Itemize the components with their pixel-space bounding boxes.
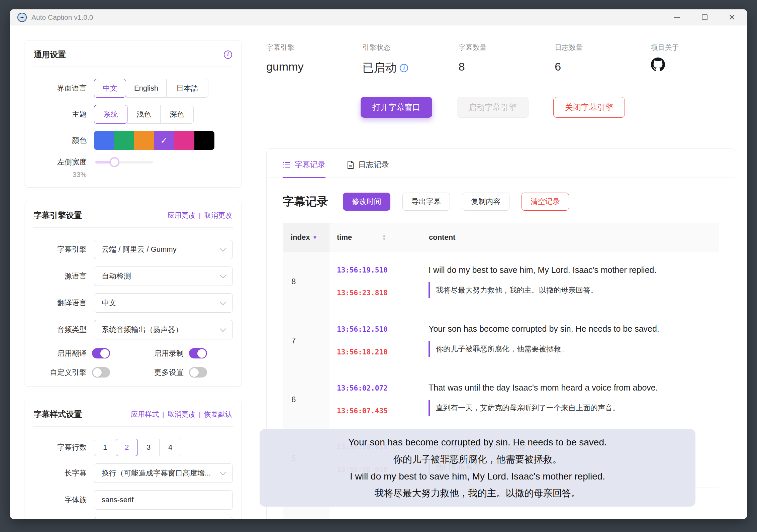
font-family-label: 字体族 (33, 495, 87, 505)
lines-option-2[interactable]: 2 (116, 439, 138, 456)
language-option-en[interactable]: English (126, 79, 167, 98)
color-swatch-2[interactable] (134, 131, 154, 150)
link-separator: | (162, 410, 164, 418)
theme-option-light[interactable]: 浅色 (127, 105, 161, 124)
color-swatch-0[interactable] (94, 131, 114, 150)
chevron-down-icon (220, 272, 226, 278)
sort-icons: ▲▼ (382, 234, 386, 241)
info-icon[interactable]: i (224, 50, 232, 59)
caption-translation-text: 我将尽最大努力救他，我的主。以撒的母亲回答。 (429, 282, 719, 298)
enable-record-toggle[interactable] (189, 348, 207, 358)
start-time: 13:56:19.510 (337, 266, 420, 274)
status-info-icon[interactable]: i (400, 64, 408, 72)
github-icon[interactable] (651, 58, 747, 73)
records-header: 字幕记录 修改时间 导出字幕 复制内容 清空记录 (267, 178, 735, 211)
link-separator: | (199, 410, 201, 418)
target-language-label: 翻译语言 (33, 298, 87, 308)
settings-sidebar: 通用设置 i 界面语言 中文 English 日本語 主题 (10, 25, 254, 519)
source-language-select[interactable]: 自动检测 (94, 267, 233, 286)
general-settings-title: 通用设置 (34, 49, 66, 60)
table-row[interactable]: 8 13:56:19.510 13:56:23.818 I will do my… (283, 252, 719, 311)
column-header-content: content (420, 231, 719, 244)
caption-source-text: I will do my best to save him, My Lord. … (429, 265, 719, 275)
stop-engine-button[interactable]: 关闭字幕引擎 (553, 97, 625, 118)
enable-translate-toggle[interactable] (92, 348, 110, 358)
lines-option-4[interactable]: 4 (159, 439, 181, 456)
chevron-down-icon (220, 469, 226, 475)
check-icon: ✓ (161, 135, 168, 146)
lines-option-3[interactable]: 3 (137, 439, 160, 456)
overlay-source-line: I will do my best to save him, My Lord. … (270, 471, 685, 482)
column-header-index[interactable]: index ▼ (283, 223, 329, 252)
app-logo-icon (17, 13, 27, 22)
overlay-translation-line: 你的儿子被罪恶所腐化，他需要被拯救。 (270, 454, 685, 465)
more-settings-toggle[interactable] (189, 367, 207, 378)
enable-translate-label: 启用翻译 (33, 348, 87, 358)
caption-engine-select[interactable]: 云端 / 阿里云 / Gummy (94, 240, 233, 259)
list-icon (283, 161, 291, 169)
left-width-slider[interactable] (95, 161, 153, 164)
style-settings-title: 字幕样式设置 (34, 409, 82, 420)
column-header-time[interactable]: time ▲▼ (329, 233, 420, 242)
edit-time-button[interactable]: 修改时间 (343, 193, 390, 211)
left-width-label: 左侧宽度 (33, 157, 87, 167)
end-time: 13:56:18.210 (337, 348, 420, 356)
sort-desc-icon: ▼ (312, 235, 317, 240)
overlay-translation-line: 我将尽最大努力救他，我的主。以撒的母亲回答。 (270, 488, 685, 499)
clear-records-button[interactable]: 清空记录 (522, 193, 569, 211)
close-button[interactable]: ✕ (728, 13, 736, 22)
enable-record-label: 启用录制 (133, 348, 184, 358)
start-engine-button[interactable]: 启动字幕引擎 (457, 97, 529, 118)
copy-content-button[interactable]: 复制内容 (462, 193, 509, 211)
long-caption-label: 长字幕 (33, 468, 87, 478)
caption-source-text: That was until the day Isaac's mom heard… (429, 383, 719, 393)
custom-engine-toggle[interactable] (92, 367, 110, 378)
end-time: 13:56:07.435 (337, 407, 420, 415)
color-swatch-5[interactable] (194, 131, 214, 150)
source-language-label: 源语言 (33, 271, 87, 281)
maximize-button[interactable] (700, 13, 709, 22)
minimize-button[interactable] (673, 13, 681, 22)
stat-status: 引擎状态 已启动 i (362, 43, 458, 76)
audio-type-select[interactable]: 系统音频输出（扬声器） (94, 320, 233, 339)
cancel-style-link[interactable]: 取消更改 (168, 410, 196, 419)
table-row[interactable]: 7 13:56:12.510 13:56:18.210 Your son has… (283, 311, 719, 370)
color-swatch-3[interactable]: ✓ (154, 131, 174, 150)
end-time: 13:56:23.818 (337, 289, 420, 297)
color-swatch-1[interactable] (114, 131, 134, 150)
caption-engine-label: 字幕引擎 (33, 244, 87, 254)
engine-actions: 打开字幕窗口 启动字幕引擎 关闭字幕引擎 (361, 97, 747, 118)
font-color-picker[interactable] (94, 517, 233, 519)
caption-overlay-window[interactable]: Your son has become corrupted by sin. He… (260, 429, 695, 507)
apply-style-link[interactable]: 应用样式 (131, 410, 159, 419)
start-time: 13:56:12.510 (337, 325, 420, 333)
export-captions-button[interactable]: 导出字幕 (402, 193, 450, 211)
color-swatch-4[interactable] (174, 131, 194, 150)
engine-status-value: 已启动 (362, 60, 396, 76)
long-caption-select[interactable]: 换行（可能造成字幕窗口高度增... (94, 463, 233, 483)
target-language-select[interactable]: 中文 (94, 293, 233, 313)
document-icon (347, 161, 354, 169)
tab-log-records[interactable]: 日志记录 (347, 159, 389, 178)
theme-label: 主题 (33, 109, 87, 119)
records-title: 字幕记录 (283, 194, 328, 209)
language-option-ja[interactable]: 日本語 (166, 79, 208, 98)
theme-option-dark[interactable]: 深色 (160, 105, 194, 124)
apply-changes-link[interactable]: 应用更改 (168, 211, 196, 220)
slider-thumb[interactable] (109, 157, 119, 167)
open-caption-window-button[interactable]: 打开字幕窗口 (361, 97, 432, 118)
table-row[interactable]: 6 13:56:02.072 13:56:07.435 That was unt… (283, 370, 719, 429)
language-option-zh[interactable]: 中文 (94, 79, 126, 98)
cancel-changes-link[interactable]: 取消更改 (204, 211, 232, 220)
caption-translation-text: 直到有一天，艾萨克的母亲听到了一个来自上面的声音。 (429, 400, 719, 416)
caption-translation-text: 你的儿子被罪恶所腐化，他需要被拯救。 (429, 341, 719, 357)
language-label: 界面语言 (33, 83, 87, 93)
caption-lines-label: 字幕行数 (33, 442, 87, 452)
app-window: Auto Caption v1.0.0 ✕ 通用设置 i 界面语言 中文 (10, 9, 747, 519)
theme-option-system[interactable]: 系统 (94, 105, 127, 124)
lines-option-1[interactable]: 1 (94, 439, 116, 456)
left-width-value: 33% (33, 171, 87, 179)
font-family-input[interactable]: sans-serif (94, 490, 233, 510)
reset-default-link[interactable]: 恢复默认 (204, 410, 232, 419)
tab-caption-records[interactable]: 字幕记录 (283, 159, 325, 178)
